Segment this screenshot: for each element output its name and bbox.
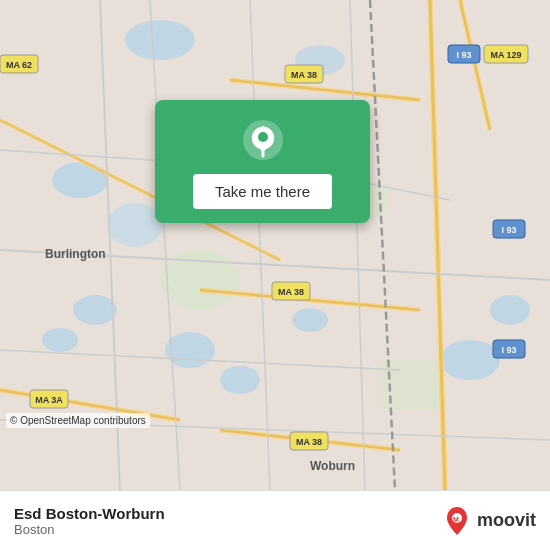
bottom-bar: Esd Boston-Worburn Boston M moovit (0, 490, 550, 550)
svg-text:Woburn: Woburn (310, 459, 355, 473)
svg-text:MA 38: MA 38 (296, 437, 322, 447)
location-card: Take me there (155, 100, 370, 223)
svg-text:MA 38: MA 38 (291, 70, 317, 80)
svg-point-1 (52, 162, 108, 198)
map-attribution: © OpenStreetMap contributors (6, 413, 150, 428)
svg-point-2 (73, 295, 117, 325)
svg-text:I 93: I 93 (501, 225, 516, 235)
location-pin-icon (241, 118, 285, 162)
take-me-there-button[interactable]: Take me there (193, 174, 332, 209)
svg-point-6 (292, 308, 328, 332)
svg-point-7 (440, 340, 500, 380)
location-city: Boston (14, 522, 165, 537)
svg-point-9 (125, 20, 195, 60)
svg-point-63 (258, 132, 268, 142)
svg-text:MA 38: MA 38 (278, 287, 304, 297)
svg-point-3 (42, 328, 78, 352)
svg-text:MA 62: MA 62 (6, 60, 32, 70)
svg-text:MA 129: MA 129 (490, 50, 521, 60)
svg-point-5 (220, 366, 260, 394)
svg-text:MA 3A: MA 3A (35, 395, 63, 405)
svg-text:I 93: I 93 (501, 345, 516, 355)
moovit-icon: M (441, 505, 473, 537)
location-info: Esd Boston-Worburn Boston (14, 505, 165, 537)
moovit-text: moovit (477, 510, 536, 531)
map-container: MA 62 MA 38 MA 129 I 93 I 93 I 93 MA 38 … (0, 0, 550, 490)
svg-point-8 (490, 295, 530, 325)
location-name: Esd Boston-Worburn (14, 505, 165, 522)
svg-text:I 93: I 93 (456, 50, 471, 60)
moovit-logo: M moovit (441, 505, 536, 537)
svg-text:Burlington: Burlington (45, 247, 106, 261)
svg-text:M: M (453, 516, 459, 523)
